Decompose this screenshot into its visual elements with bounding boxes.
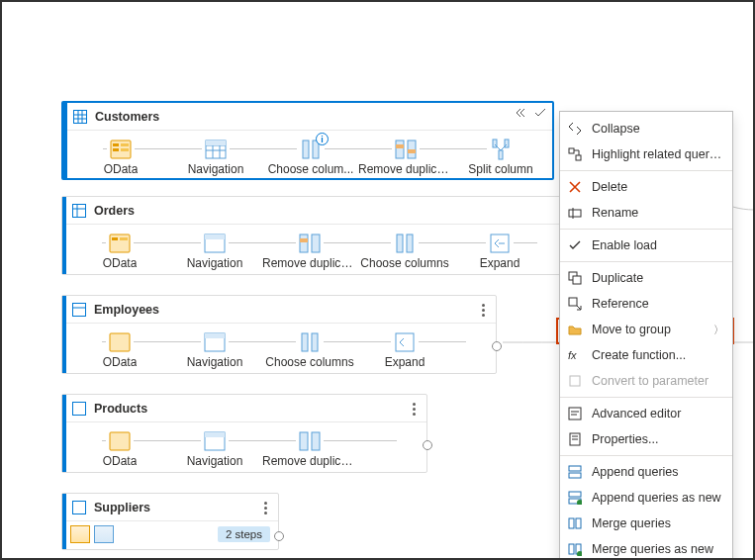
svg-rect-48 [110, 432, 130, 450]
svg-rect-30 [120, 237, 128, 240]
table-small-icon [94, 525, 114, 543]
step-navigation[interactable]: Navigation [167, 329, 262, 369]
step-navigation[interactable]: Navigation [168, 137, 263, 176]
step-choose-columns[interactable]: iChoose colum... [263, 137, 358, 176]
step-expand[interactable]: Expand [357, 329, 452, 369]
svg-rect-6 [113, 143, 119, 146]
svg-rect-22 [499, 150, 503, 159]
more-menu-icon[interactable] [406, 399, 422, 419]
menu-duplicate[interactable]: Duplicate [560, 265, 732, 291]
menu-separator [560, 397, 732, 398]
step-navigation[interactable]: Navigation [167, 428, 262, 468]
svg-rect-62 [570, 376, 580, 386]
datasource-icon [106, 231, 134, 256]
svg-rect-45 [312, 333, 318, 351]
svg-rect-74 [569, 518, 574, 528]
table-icon [70, 400, 88, 418]
datasource-icon [106, 329, 134, 355]
step-odata[interactable]: OData [72, 428, 167, 468]
menu-advanced-editor[interactable]: Advanced editor [560, 401, 732, 426]
svg-rect-16 [303, 140, 309, 158]
folder-icon [566, 321, 584, 338]
query-card-customers[interactable]: Customers OData Navigation iChoose colum… [61, 101, 554, 180]
svg-rect-51 [300, 432, 308, 450]
step-remove-duplicates[interactable]: Remove duplicat... [262, 428, 357, 468]
svg-rect-76 [569, 544, 574, 554]
query-card-orders[interactable]: Orders OData Navigation Remove duplicat.… [61, 196, 568, 275]
menu-create-function[interactable]: fxCreate function... [560, 342, 732, 368]
expand-icon [486, 231, 514, 256]
step-remove-duplicates[interactable]: Remove duplicat... [358, 137, 453, 176]
step-expand[interactable]: Expand [452, 231, 547, 270]
svg-rect-60 [569, 298, 577, 306]
query-title: Products [94, 402, 147, 416]
menu-move-to-group[interactable]: Move to group〉 [560, 317, 732, 342]
menu-rename[interactable]: Rename [560, 200, 732, 226]
step-remove-duplicates[interactable]: Remove duplicat... [262, 231, 357, 270]
menu-merge-new[interactable]: Merge queries as new [560, 536, 732, 560]
append-new-icon [566, 489, 584, 507]
more-menu-icon[interactable] [257, 498, 273, 517]
rename-icon [566, 204, 584, 222]
steps-count-pill: 2 steps [218, 526, 270, 542]
svg-rect-56 [569, 210, 581, 217]
menu-highlight-related[interactable]: Highlight related queries [560, 141, 732, 167]
menu-append[interactable]: Append queries [560, 459, 732, 485]
svg-rect-34 [312, 234, 320, 252]
table-icon [70, 202, 88, 220]
svg-rect-18 [396, 140, 404, 158]
check-icon [566, 236, 584, 254]
menu-collapse[interactable]: Collapse [560, 116, 732, 141]
svg-rect-15 [206, 140, 226, 145]
function-icon: fx [566, 346, 584, 364]
svg-rect-54 [569, 148, 574, 153]
svg-rect-7 [113, 148, 119, 151]
step-odata[interactable]: OData [72, 329, 167, 369]
choose-columns-icon [296, 329, 324, 355]
restore-icon[interactable] [515, 107, 526, 119]
svg-rect-29 [112, 237, 118, 240]
step-choose-columns[interactable]: Choose columns [262, 329, 357, 369]
svg-rect-52 [312, 432, 320, 450]
remove-duplicates-icon [296, 231, 324, 256]
svg-rect-46 [396, 333, 414, 351]
check-icon[interactable] [534, 107, 546, 119]
menu-delete[interactable]: Delete [560, 174, 732, 200]
step-split-column[interactable]: Split column [453, 137, 548, 176]
menu-properties[interactable]: Properties... [560, 426, 732, 452]
datasource-icon [106, 428, 134, 454]
step-odata[interactable]: OData [72, 231, 167, 270]
table-icon [70, 301, 88, 319]
menu-reference[interactable]: Reference [560, 291, 732, 317]
editor-icon [566, 405, 584, 422]
svg-rect-28 [110, 234, 130, 252]
menu-convert-parameter: Convert to parameter [560, 368, 732, 394]
remove-duplicates-icon [392, 137, 420, 162]
menu-merge[interactable]: Merge queries [560, 511, 732, 536]
query-card-employees[interactable]: Employees OData Navigation Choose column… [61, 295, 497, 374]
svg-rect-35 [300, 238, 308, 242]
step-navigation[interactable]: Navigation [167, 231, 262, 270]
menu-enable-load[interactable]: Enable load [560, 233, 732, 258]
delete-icon [566, 178, 584, 196]
query-title: Suppliers [94, 501, 150, 514]
reference-icon [566, 295, 584, 313]
svg-rect-59 [573, 276, 581, 284]
output-port[interactable] [274, 531, 284, 541]
query-card-products[interactable]: Products OData Navigation Remove duplica… [61, 394, 427, 473]
menu-append-new[interactable]: Append queries as new [560, 485, 732, 511]
svg-rect-47 [73, 402, 86, 415]
table-icon [70, 499, 88, 516]
properties-icon [566, 430, 584, 448]
svg-rect-43 [205, 333, 225, 338]
svg-rect-9 [121, 148, 129, 151]
output-port[interactable] [423, 440, 432, 450]
step-odata[interactable]: OData [73, 137, 168, 176]
more-menu-icon[interactable] [475, 300, 491, 320]
svg-rect-32 [205, 234, 225, 239]
output-port[interactable] [492, 341, 502, 351]
append-icon [566, 463, 584, 481]
parameter-icon [566, 372, 584, 390]
query-card-suppliers[interactable]: Suppliers 2 steps [61, 493, 279, 550]
step-choose-columns[interactable]: Choose columns [357, 231, 452, 270]
